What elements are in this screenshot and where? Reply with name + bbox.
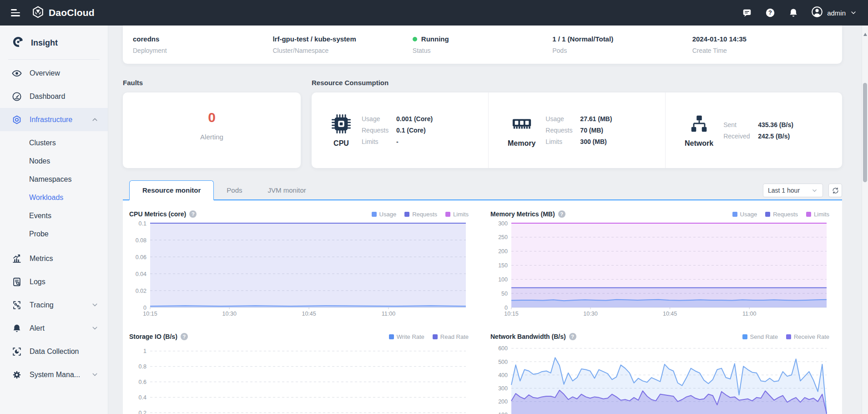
memory-section: Memory Usage27.61 (MB) Requests70 (MB) L…	[488, 92, 665, 168]
network-label: Network	[685, 139, 713, 148]
sidebar-item-metrics[interactable]: Metrics	[0, 247, 108, 270]
avatar-icon	[811, 6, 823, 20]
legend-item-limits[interactable]: Limits	[445, 211, 469, 218]
svg-text:0.1: 0.1	[139, 220, 146, 227]
legend-item-usage[interactable]: Usage	[372, 211, 397, 218]
divider	[8, 59, 100, 60]
sidebar-item-events[interactable]: Events	[0, 207, 108, 225]
info-create-time: 2024-01-10 14:35 Create Time	[692, 35, 832, 54]
legend-item-read-rate[interactable]: Read Rate	[433, 333, 469, 340]
legend-swatch	[389, 334, 394, 339]
svg-text:100: 100	[498, 276, 508, 283]
tracing-icon	[12, 300, 22, 310]
legend-item-requests[interactable]: Requests	[404, 211, 437, 218]
notification-bell-icon[interactable]	[788, 7, 799, 18]
help-icon[interactable]: ?	[189, 210, 197, 218]
status-dot	[413, 37, 417, 41]
legend-item-send-rate[interactable]: Send Rate	[742, 333, 778, 340]
faults-section-title: Faults	[123, 79, 301, 87]
sidebar-item-label: Clusters	[29, 139, 56, 147]
help-icon[interactable]: ?	[558, 210, 565, 218]
sidebar-item-infrastructure[interactable]: Infrastructure	[0, 108, 108, 131]
sidebar-item-label: Infrastructure	[30, 116, 72, 124]
svg-text:0.02: 0.02	[136, 288, 146, 294]
svg-text:10:45: 10:45	[663, 311, 677, 317]
sidebar-item-label: System Mana...	[30, 371, 80, 379]
sidebar-item-system-management[interactable]: System Mana...	[0, 363, 108, 386]
svg-text:0.08: 0.08	[136, 237, 146, 244]
vertical-scrollbar[interactable]	[862, 26, 868, 414]
legend-item-write-rate[interactable]: Write Rate	[389, 333, 424, 340]
sidebar-item-data-collection[interactable]: Data Collection	[0, 340, 108, 363]
metrics-chart-icon	[12, 254, 22, 264]
sidebar-item-clusters[interactable]: Clusters	[0, 134, 108, 152]
tab-pods[interactable]: Pods	[214, 181, 255, 199]
sidebar-item-label: Probe	[29, 230, 49, 238]
sidebar-item-logs[interactable]: Logs	[0, 270, 108, 293]
message-icon[interactable]	[742, 7, 752, 18]
svg-text:?: ?	[768, 9, 772, 16]
legend-item-requests[interactable]: Requests	[765, 211, 798, 218]
info-cluster-namespace: lrf-gpu-test / kube-system Cluster/Names…	[273, 35, 412, 54]
help-icon[interactable]: ?	[569, 333, 576, 340]
sidebar-item-namespaces[interactable]: Namespaces	[0, 170, 108, 189]
data-collection-icon	[12, 347, 22, 357]
svg-text:150: 150	[498, 262, 508, 269]
chart-plot-area: 0.20.40.60.8110:1510:3010:4511:00	[129, 342, 469, 414]
alert-count-label: Alerting	[200, 133, 223, 141]
resource-consumption-card: CPU Usage0.001 (Core) Requests0.1 (Core)…	[312, 92, 842, 168]
scroll-up-arrow[interactable]	[863, 33, 867, 36]
sidebar-item-tracing[interactable]: Tracing	[0, 293, 108, 317]
sidebar-item-label: Tracing	[30, 301, 54, 309]
time-range-value: Last 1 hour	[768, 187, 800, 194]
chart-legend: UsageRequestsLimits	[372, 211, 469, 218]
network-icon	[689, 113, 710, 136]
sidebar-item-dashboard[interactable]: Dashboard	[0, 85, 108, 108]
sidebar-item-probe[interactable]: Probe	[0, 225, 108, 243]
legend-swatch	[372, 212, 377, 217]
tab-jvm-monitor[interactable]: JVM monitor	[255, 181, 319, 199]
menu-toggle-button[interactable]	[11, 7, 20, 19]
cpu-section: CPU Usage0.001 (Core) Requests0.1 (Core)…	[312, 92, 488, 168]
tab-resource-monitor[interactable]: Resource monitor	[129, 180, 214, 200]
gear-icon	[12, 370, 22, 380]
cpu-label: CPU	[333, 139, 349, 148]
svg-text:0.2: 0.2	[139, 410, 146, 414]
daocloud-logo-icon	[32, 6, 44, 20]
sidebar-item-overview[interactable]: Overview	[0, 61, 108, 85]
chart-canvas: 05010015020025030010:1510:3010:4511:00	[490, 220, 829, 319]
svg-text:200: 200	[498, 399, 508, 405]
legend-swatch	[806, 212, 811, 217]
legend-swatch	[404, 212, 409, 217]
svg-text:250: 250	[498, 234, 508, 240]
info-status: Running Status	[413, 35, 552, 54]
legend-item-limits[interactable]: Limits	[806, 211, 829, 218]
legend-swatch	[765, 212, 770, 217]
deployment-name: coredns	[133, 35, 273, 43]
help-icon[interactable]: ?	[765, 7, 776, 18]
sidebar-item-label: Events	[29, 212, 51, 220]
user-menu[interactable]: admin	[811, 6, 857, 20]
memory-metrics-chart: Memory Metrics (MB) ? UsageRequestsLimit…	[490, 209, 829, 319]
svg-text:0.8: 0.8	[139, 363, 146, 370]
legend-swatch	[786, 334, 791, 339]
brand-logo[interactable]: DaoCloud	[32, 6, 95, 20]
help-icon[interactable]: ?	[181, 333, 188, 340]
product-header[interactable]: Insight	[0, 26, 108, 59]
legend-item-receive-rate[interactable]: Receive Rate	[786, 333, 829, 340]
storage-io-chart: Storage IO (B/s) ? Write RateRead Rate 0…	[129, 331, 469, 414]
sidebar-item-alert[interactable]: Alert	[0, 317, 108, 340]
refresh-button[interactable]	[828, 184, 842, 197]
sidebar-item-workloads[interactable]: Workloads	[0, 189, 108, 207]
eye-icon	[12, 68, 22, 78]
sidebar-item-nodes[interactable]: Nodes	[0, 152, 108, 170]
svg-text:400: 400	[498, 372, 508, 378]
chart-legend: Write RateRead Rate	[389, 333, 469, 340]
chart-title: Network Bandwidth (B/s)	[490, 333, 566, 340]
time-range-select[interactable]: Last 1 hour	[763, 184, 823, 197]
refresh-icon	[832, 187, 839, 194]
scrollbar-thumb[interactable]	[863, 83, 867, 182]
legend-swatch	[433, 334, 438, 339]
legend-item-usage[interactable]: Usage	[732, 211, 757, 218]
svg-text:300: 300	[498, 385, 508, 392]
